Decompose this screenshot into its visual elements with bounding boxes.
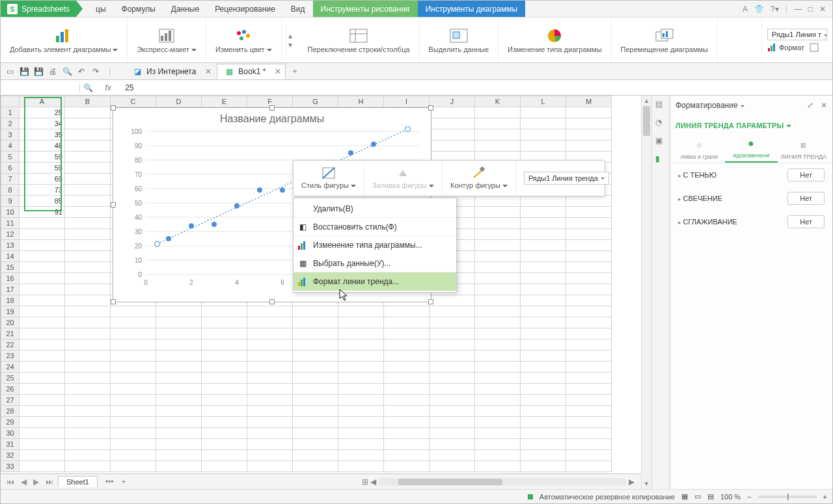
format-selection-button[interactable]: Формат <box>767 43 819 52</box>
svg-rect-72 <box>301 243 303 250</box>
svg-text:80: 80 <box>135 157 143 164</box>
ctx-format-trendline[interactable]: Формат линии тренда... <box>294 272 456 291</box>
menu-formulas[interactable]: Формулы <box>114 1 163 17</box>
formula-value[interactable]: 25 <box>121 83 133 92</box>
view-normal-icon[interactable]: ▦ <box>681 492 688 501</box>
sheet-options[interactable]: ••• <box>100 477 119 486</box>
shape-outline-icon <box>472 167 485 179</box>
ribbon-select-data[interactable]: Выделить данные <box>420 18 499 62</box>
tp-tab-effects[interactable]: ⬢ идоизменени <box>725 140 777 163</box>
ribbon-styles-gallery[interactable]: ▴▾ <box>282 18 299 62</box>
svg-rect-76 <box>303 278 305 286</box>
zoom-value[interactable]: 100 % <box>720 493 741 501</box>
sheet-nav-first[interactable]: ⏮ <box>5 477 16 486</box>
view-break-icon[interactable]: ▤ <box>707 492 714 501</box>
taskpane-close-icon[interactable]: ✕ <box>821 101 827 110</box>
glow-value[interactable]: Нет <box>787 192 825 205</box>
sheet-add[interactable]: + <box>121 477 126 486</box>
ctx-select-data[interactable]: ▦ Выбрать данные(У)... <box>294 254 456 272</box>
svg-text:60: 60 <box>135 185 143 192</box>
side-properties-icon[interactable]: ▤ <box>655 99 667 111</box>
zoom-out-icon[interactable]: − <box>747 493 751 501</box>
move-chart-icon <box>656 29 673 42</box>
name-box-search-icon[interactable]: 🔍 <box>81 83 95 92</box>
tp-tab-fill[interactable]: ◇ ливка и грани <box>673 142 725 163</box>
change-chart-type-icon <box>547 29 562 43</box>
horizontal-scrollbar[interactable]: ⊞ ◀ ▶ <box>129 477 642 486</box>
restore-style-icon: ◧ <box>297 222 308 232</box>
context-menu: Удалить(В) ◧ Восстановить стиль(Ф) Измен… <box>293 198 457 293</box>
doc-tab-close[interactable]: ✕ <box>275 67 281 76</box>
menu-chart-tools[interactable]: Инструменты диаграммы <box>418 1 525 17</box>
svg-point-58 <box>189 223 194 228</box>
help-icon[interactable]: ?▾ <box>771 5 779 14</box>
maximize-button[interactable]: □ <box>808 5 813 14</box>
doc-tab-book1[interactable]: ▦ Book1 * ✕ <box>217 64 286 79</box>
close-button[interactable]: ✕ <box>819 5 826 14</box>
mini-trend-selector[interactable]: Ряды1 Линия тренда <box>516 161 617 196</box>
backup-label[interactable]: Автоматическое резервное копирование <box>539 493 675 501</box>
brand-s-icon: S <box>7 4 18 14</box>
print-icon[interactable]: 🖨 <box>48 66 58 77</box>
mini-shape-style[interactable]: Стиль фигуры <box>294 161 364 196</box>
ctx-change-chart-type[interactable]: Изменение типа диаграммы... <box>294 236 456 254</box>
print-preview-icon[interactable]: 🔍 <box>62 66 72 77</box>
section-shadow[interactable]: С ТЕНЬЮ Нет <box>670 163 832 187</box>
tp-tab-trendline[interactable]: ▥ ЛИНИЯ ТРЕНДА <box>778 142 830 163</box>
divider: | <box>785 5 787 14</box>
side-image-icon[interactable]: ▣ <box>655 136 667 148</box>
taskpane-title[interactable]: ЛИНИЯ ТРЕНДА ПАРАМЕТРЫ <box>676 122 791 129</box>
brand-badge[interactable]: S Spreadsheets <box>1 1 76 17</box>
section-glow[interactable]: СВЕЧЕНИЕ Нет <box>670 187 832 210</box>
zoom-in-icon[interactable]: + <box>823 493 827 501</box>
series-selector[interactable]: Ряды1 Линия т <box>767 29 827 40</box>
task-pane: Форматирование ⤢ ✕ ЛИНИЯ ТРЕНДА ПАРАМЕТР… <box>670 96 832 489</box>
side-format-icon[interactable]: ▮ <box>655 154 667 166</box>
doc-tab-internet[interactable]: ◪ Из Интернета ✕ <box>126 64 215 79</box>
minimize-button[interactable]: — <box>794 5 802 14</box>
svg-point-62 <box>280 187 285 192</box>
section-smooth[interactable]: СГЛАЖИВАНИЕ Нет <box>670 210 832 233</box>
ribbon-express-layout[interactable]: Экспресс-макет <box>128 18 206 62</box>
sheet-nav-last[interactable]: ⏭ <box>44 477 55 486</box>
ribbon-switch-row-col[interactable]: Переключение строки/столбца <box>299 18 420 62</box>
svg-rect-0 <box>56 36 59 42</box>
svg-rect-19 <box>662 33 664 37</box>
saveas-icon[interactable]: 💾 <box>33 66 44 77</box>
new-icon[interactable]: ▭ <box>5 66 15 77</box>
taskpane-pin-icon[interactable]: ⤢ <box>807 101 813 110</box>
ribbon-add-chart-element[interactable]: Добавить элемент диаграммы <box>1 18 128 62</box>
doc-tab-close[interactable]: ✕ <box>205 67 212 76</box>
mini-shape-outline[interactable]: Контур фигуры <box>443 161 516 196</box>
menu-view[interactable]: Вид <box>283 1 313 17</box>
new-doc-tab[interactable]: + <box>287 67 302 76</box>
menu-truncated[interactable]: цы <box>88 1 114 17</box>
redo-icon[interactable]: ↷ <box>90 66 101 77</box>
ribbon-move-chart[interactable]: Перемещение диаграммы <box>612 18 718 62</box>
vertical-scrollbar[interactable]: ▲ ▼ <box>641 96 651 489</box>
sheet-tab[interactable]: Sheet1 <box>58 476 98 487</box>
zoom-slider[interactable] <box>758 496 817 498</box>
fx-label[interactable]: fx <box>95 83 121 92</box>
menu-drawing-tools[interactable]: Инструменты рисования <box>313 1 418 17</box>
skin-icon[interactable]: A <box>743 5 748 14</box>
ctx-delete[interactable]: Удалить(В) <box>294 200 456 218</box>
grid-wrap: ABCDEFGHIJKLM 12523433544855965976987398… <box>1 96 641 489</box>
sheet-nav-prev[interactable]: ◀ <box>19 477 29 486</box>
ribbon-change-color[interactable]: Изменить цвет <box>206 18 282 62</box>
save-icon[interactable]: 💾 <box>19 66 29 77</box>
svg-line-68 <box>323 168 335 178</box>
ctx-restore-style[interactable]: ◧ Восстановить стиль(Ф) <box>294 218 456 236</box>
ribbon-change-chart-type[interactable]: Изменение типа диаграммы <box>498 18 612 62</box>
ribbon-selection-pane: Ряды1 Линия т Формат <box>761 18 832 62</box>
side-chart-icon[interactable]: ◔ <box>655 118 667 129</box>
tshirt-icon[interactable]: 👕 <box>754 5 764 14</box>
view-page-icon[interactable]: ▭ <box>694 492 701 501</box>
taskpane-heading[interactable]: Форматирование <box>676 101 744 110</box>
sheet-nav-next[interactable]: ▶ <box>31 477 41 486</box>
menu-data[interactable]: Данные <box>163 1 207 17</box>
menu-review[interactable]: Рецензирование <box>207 1 283 17</box>
shadow-value[interactable]: Нет <box>787 168 825 181</box>
smooth-value[interactable]: Нет <box>787 215 825 228</box>
undo-icon[interactable]: ↶ <box>76 66 87 77</box>
